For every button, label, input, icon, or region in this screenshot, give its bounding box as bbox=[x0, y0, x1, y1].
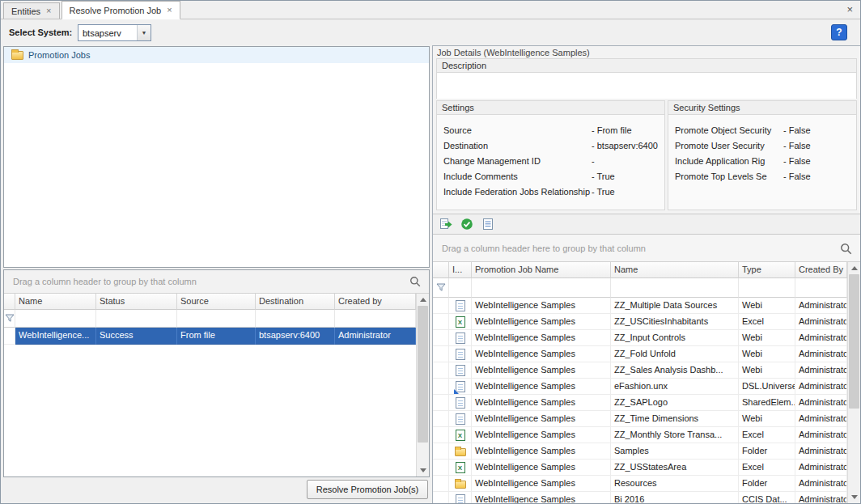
object-name-cell: ZZ_SAPLogo bbox=[611, 395, 739, 411]
table-row[interactable]: WebIntelligence Samples ZZ_USStatesArea … bbox=[433, 460, 847, 476]
object-name-cell: ZZ_USCitiesInhabitants bbox=[611, 314, 739, 330]
search-icon[interactable] bbox=[409, 276, 421, 289]
table-row[interactable]: WebIntelligence Samples ZZ_Time Dimensio… bbox=[433, 411, 847, 427]
column-header[interactable]: Created By bbox=[795, 262, 847, 278]
type-icon-cell bbox=[449, 460, 472, 476]
filter-icon[interactable] bbox=[4, 310, 15, 328]
jobs-grid-filter-row bbox=[4, 310, 416, 328]
promotion-job-name-cell: WebIntelligence Samples bbox=[472, 395, 611, 411]
table-row[interactable]: WebIntelligence Samples Samples Folder A… bbox=[433, 443, 847, 460]
scroll-down-button[interactable] bbox=[417, 464, 429, 476]
object-name-cell: ZZ_Monthly Store Transa... bbox=[611, 427, 739, 443]
scrollbar-thumb[interactable] bbox=[849, 274, 859, 409]
vertical-scrollbar[interactable] bbox=[416, 294, 429, 476]
system-bar: Select System: btsapserv ▼ ? bbox=[1, 19, 860, 45]
column-header[interactable]: Created by bbox=[335, 294, 416, 310]
tab-resolve-promotion-job[interactable]: Resolve Promotion Job × bbox=[62, 1, 180, 19]
table-row[interactable]: WebIntelligence... Success From file bts… bbox=[4, 328, 416, 345]
object-type-cell: Webi bbox=[739, 298, 795, 314]
tab-entities[interactable]: Entities × bbox=[3, 2, 60, 19]
promotion-job-name-cell: WebIntelligence Samples bbox=[472, 298, 611, 314]
filter-cell-created-by[interactable] bbox=[335, 310, 416, 328]
file-type-icon bbox=[456, 413, 465, 425]
close-icon[interactable]: × bbox=[167, 6, 172, 15]
table-row[interactable]: WebIntelligence Samples ZZ_Monthly Store… bbox=[433, 427, 847, 443]
filter-cell-name[interactable] bbox=[15, 310, 96, 328]
close-icon[interactable]: × bbox=[846, 4, 853, 15]
row-indicator bbox=[433, 492, 449, 503]
setting-key: Include Federation Jobs Relationship bbox=[443, 187, 592, 197]
security-setting-value: - False bbox=[783, 156, 811, 166]
row-indicator bbox=[433, 411, 449, 427]
tree-item-promotion-jobs[interactable]: Promotion Jobs bbox=[4, 47, 429, 63]
filter-cell-promotion-job-name[interactable] bbox=[472, 278, 611, 298]
table-row[interactable]: WebIntelligence Samples ZZ_Fold Unfold W… bbox=[433, 346, 847, 362]
object-type-cell: Excel bbox=[739, 427, 795, 443]
table-row[interactable]: WebIntelligence Samples ZZ_SAPLogo Share… bbox=[433, 395, 847, 411]
filter-cell-created-by[interactable] bbox=[795, 278, 847, 298]
scrollbar-track[interactable] bbox=[848, 274, 860, 491]
system-select[interactable]: btsapserv ▼ bbox=[78, 24, 151, 41]
column-header[interactable]: I... bbox=[449, 262, 472, 278]
object-name-cell: Bi 2016 bbox=[611, 492, 739, 503]
search-icon[interactable] bbox=[840, 243, 852, 256]
arrow-up-icon bbox=[420, 298, 426, 302]
filter-cell-destination[interactable] bbox=[256, 310, 335, 328]
filter-cell-type[interactable] bbox=[739, 278, 795, 298]
group-by-hint: Drag a column header here to group by th… bbox=[442, 244, 646, 253]
row-indicator bbox=[433, 330, 449, 346]
file-type-icon bbox=[456, 300, 465, 311]
filter-icon[interactable] bbox=[433, 278, 449, 298]
vertical-scrollbar[interactable] bbox=[847, 262, 860, 503]
object-name-cell: ZZ_Multiple Data Sources bbox=[611, 298, 739, 314]
table-row[interactable]: WebIntelligence Samples ZZ_Sales Analysi… bbox=[433, 362, 847, 379]
job-name-cell: WebIntelligence... bbox=[15, 328, 96, 345]
resolve-promotion-job-button[interactable]: Resolve Promotion Job(s) bbox=[307, 480, 428, 499]
scroll-up-button[interactable] bbox=[417, 294, 429, 306]
column-header[interactable]: Source bbox=[177, 294, 256, 310]
table-row[interactable]: WebIntelligence Samples ZZ_Input Control… bbox=[433, 330, 847, 346]
export-excel-icon bbox=[439, 218, 452, 231]
setting-row: Change Management ID - bbox=[443, 153, 664, 168]
table-row[interactable]: WebIntelligence Samples Resources Folder… bbox=[433, 476, 847, 492]
objects-grid-header-row: I...Promotion Job NameNameTypeCreated By bbox=[433, 262, 847, 278]
table-row[interactable]: WebIntelligence Samples Bi 2016 CCIS Dat… bbox=[433, 492, 847, 503]
type-icon-cell bbox=[449, 443, 472, 460]
objects-grid: Drag a column header here to group by th… bbox=[433, 235, 860, 503]
setting-key: Destination bbox=[443, 141, 592, 150]
file-type-icon bbox=[456, 397, 465, 409]
scroll-up-button[interactable] bbox=[848, 262, 860, 274]
help-button[interactable]: ? bbox=[831, 24, 847, 40]
table-row[interactable]: WebIntelligence Samples ZZ_Multiple Data… bbox=[433, 298, 847, 314]
object-type-cell: SharedElem... bbox=[739, 395, 795, 411]
tree-item-label: Promotion Jobs bbox=[28, 50, 90, 60]
validate-button[interactable] bbox=[458, 215, 476, 233]
setting-value: - bbox=[592, 156, 595, 166]
table-row[interactable]: WebIntelligence Samples ZZ_USCitiesInhab… bbox=[433, 314, 847, 330]
created-by-cell: Administrator bbox=[795, 346, 847, 362]
filter-cell-source[interactable] bbox=[177, 310, 256, 328]
row-indicator bbox=[4, 328, 15, 345]
export-to-excel-button[interactable] bbox=[437, 215, 455, 233]
chevron-down-icon[interactable]: ▼ bbox=[137, 25, 151, 40]
scroll-down-button[interactable] bbox=[848, 491, 860, 503]
table-row[interactable]: WebIntelligence Samples eFashion.unx DSL… bbox=[433, 379, 847, 395]
scrollbar-thumb[interactable] bbox=[418, 306, 428, 443]
created-by-cell: Administrator bbox=[795, 395, 847, 411]
properties-button[interactable] bbox=[479, 215, 497, 233]
column-header[interactable]: Name bbox=[15, 294, 96, 310]
column-header[interactable]: Promotion Job Name bbox=[472, 262, 611, 278]
filter-cell-name[interactable] bbox=[611, 278, 739, 298]
created-by-cell: Administrator bbox=[795, 298, 847, 314]
filter-cell-status[interactable] bbox=[96, 310, 177, 328]
close-icon[interactable]: × bbox=[46, 6, 51, 15]
column-header[interactable]: Destination bbox=[256, 294, 335, 310]
column-header[interactable]: Status bbox=[96, 294, 177, 310]
row-indicator bbox=[433, 443, 449, 460]
column-header[interactable]: Name bbox=[611, 262, 739, 278]
column-header[interactable]: Type bbox=[739, 262, 795, 278]
row-indicator bbox=[433, 346, 449, 362]
object-type-cell: Webi bbox=[739, 411, 795, 427]
filter-cell-icon[interactable] bbox=[449, 278, 472, 298]
scrollbar-track[interactable] bbox=[417, 306, 429, 464]
